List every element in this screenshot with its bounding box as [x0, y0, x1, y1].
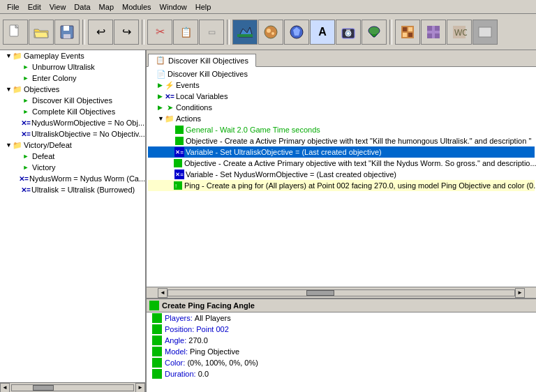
- h-thumb[interactable]: [306, 290, 334, 296]
- content-obj-create-1[interactable]: ▶ Objective - Create a Active Primary ob…: [148, 135, 535, 146]
- content-root[interactable]: ▶ 📄 Discover Kill Objectives: [148, 68, 535, 80]
- palette-button-1[interactable]: [395, 20, 420, 45]
- row-icon-model: [152, 347, 162, 356]
- spacer: ▶: [168, 181, 173, 190]
- content-general-wait[interactable]: ▶ General - Wait 2.0 Game Time seconds: [148, 124, 535, 135]
- menu-data[interactable]: Data: [70, 1, 94, 13]
- cut-button[interactable]: ✂: [147, 20, 172, 45]
- content-variable-set-2[interactable]: ▶ ✕= Variable - Set NydusWormObjective =…: [148, 169, 535, 180]
- scroll-left-btn[interactable]: ◄: [0, 383, 10, 393]
- content-scroll-right[interactable]: ►: [515, 288, 525, 298]
- open-button[interactable]: [29, 20, 54, 45]
- content-hscrollbar[interactable]: ◄ ►: [147, 287, 536, 298]
- content-conditions[interactable]: ▶ ➤ Conditions: [148, 102, 535, 113]
- tab-label: Discover Kill Objectives: [168, 56, 248, 65]
- event-icon: ►: [21, 96, 31, 105]
- wait-icon: [174, 125, 184, 135]
- unit-button[interactable]: [284, 20, 309, 45]
- tree-node-gameplay-events[interactable]: ▼ 📁 Gameplay Events: [0, 50, 145, 61]
- menu-map[interactable]: Map: [95, 1, 118, 13]
- tree-node-nydus-obj[interactable]: ▶ ✕= NydusWormObjective = No Obj...: [0, 117, 145, 128]
- nydus-obj-label: NydusWormObjective = No Obj...: [31, 119, 144, 127]
- camera-button[interactable]: [336, 20, 361, 45]
- tab-discover-kill[interactable]: 📋 Discover Kill Objectives: [148, 54, 256, 67]
- spacer9: ▶: [14, 175, 19, 182]
- menu-file[interactable]: File: [3, 1, 24, 13]
- ultralisk-obj-label: UltraliskObjective = No Objectiv...: [31, 130, 145, 138]
- obj-create-1-label: Objective - Create a Active Primary obje…: [186, 137, 531, 145]
- tab-icon: 📋: [156, 56, 165, 65]
- objectives-label: Objectives: [24, 85, 59, 93]
- xeq-icon3: ✕=: [19, 174, 29, 183]
- palette-button-2[interactable]: [421, 20, 446, 45]
- tree-node-victory[interactable]: ▶ ► Victory: [0, 162, 145, 173]
- svg-rect-3: [64, 34, 70, 38]
- nydus-worm-label: NydusWorm = Nydus Worm (Ca...: [29, 174, 145, 183]
- content-scroll-left[interactable]: ◄: [158, 288, 168, 298]
- scrollbar-track[interactable]: [11, 384, 134, 391]
- separator-1: [82, 20, 85, 45]
- separator-4: [389, 20, 392, 45]
- toolbar-undoredo-group: ↩ ↪: [88, 20, 139, 45]
- h-track[interactable]: [168, 289, 515, 296]
- tree-node-complete-kill[interactable]: ▶ ► Complete Kill Objectives: [0, 106, 145, 117]
- doodad-button[interactable]: [258, 20, 283, 45]
- detail-row-players: Players: All Players: [147, 312, 536, 324]
- actions-label: Actions: [176, 114, 201, 123]
- bottom-header: Create Ping Facing Angle: [147, 299, 536, 312]
- content-actions[interactable]: ▼ 📁 Actions: [148, 113, 535, 124]
- row-icon-players: [152, 313, 162, 323]
- tree-node-objectives[interactable]: ▼ 📁 Objectives: [0, 84, 145, 95]
- content-variable-set-1[interactable]: ▶ ✕= Variable - Set UltraliskObjective =…: [148, 146, 535, 158]
- content-tree: ▶ 📄 Discover Kill Objectives ▶ ⚡ Events …: [147, 67, 536, 287]
- copy-button[interactable]: 📋: [173, 20, 198, 45]
- victory-defeat-label: Victory/Defeat: [24, 141, 72, 149]
- menu-edit[interactable]: Edit: [24, 1, 45, 13]
- spacer: ▶: [168, 137, 174, 146]
- content-ping[interactable]: ▶ ! Ping - Create a ping for (All player…: [148, 180, 535, 191]
- spacer10: ▶: [14, 186, 21, 193]
- scrollbar-thumb[interactable]: [33, 385, 54, 391]
- content-events[interactable]: ▶ ⚡ Events: [148, 80, 535, 91]
- spacer5: ▶: [14, 119, 21, 126]
- tree-node-ultralisk-obj[interactable]: ▶ ✕= UltraliskObjective = No Objectiv...: [0, 128, 145, 140]
- menu-view[interactable]: View: [45, 1, 70, 13]
- tree-node-discover-kill[interactable]: ▶ ► Discover Kill Objectives: [0, 95, 145, 106]
- region-button[interactable]: [362, 20, 387, 45]
- expand-icon: ▼: [6, 52, 13, 59]
- text-button[interactable]: A: [310, 20, 335, 45]
- model-label: Model:: [165, 347, 188, 356]
- menu-help[interactable]: Help: [191, 1, 216, 13]
- content-obj-create-2[interactable]: ▶ Objective - Create a Active Primary ob…: [148, 158, 535, 169]
- detail-row-color: Color: (0%, 100%, 0%, 0%): [147, 357, 536, 368]
- content-local-vars[interactable]: ▶ ✕= Local Variables: [148, 91, 535, 102]
- tree-node-victory-defeat[interactable]: ▼ 📁 Victory/Defeat: [0, 140, 145, 151]
- save-button[interactable]: [54, 20, 80, 45]
- tree-node-ultralisk[interactable]: ▶ ✕= Ultralisk = Ultralisk (Burrowed): [0, 184, 145, 195]
- item-icon: ►: [21, 62, 31, 72]
- terrain-button[interactable]: [232, 20, 258, 45]
- tree-node-unburrow[interactable]: ▶ ► Unburrow Ultralisk: [0, 61, 145, 73]
- redo-button[interactable]: ↪: [114, 20, 139, 45]
- palette-button-4[interactable]: [472, 20, 498, 45]
- paste-button[interactable]: ▭: [199, 20, 224, 45]
- svg-rect-19: [432, 26, 435, 38]
- victory-label: Victory: [32, 163, 55, 172]
- tree-node-defeat[interactable]: ▶ ► Defeat: [0, 151, 145, 162]
- undo-button[interactable]: ↩: [88, 20, 113, 45]
- scroll-right-btn[interactable]: ►: [135, 383, 145, 393]
- palette-button-3[interactable]: WC: [447, 20, 472, 45]
- left-hscrollbar[interactable]: ◄ ►: [0, 382, 145, 392]
- spacer: ▶: [168, 148, 174, 157]
- position-label: Position:: [165, 325, 194, 333]
- content-area: ▶ 📄 Discover Kill Objectives ▶ ⚡ Events …: [147, 67, 536, 298]
- tree-node-enter-colony[interactable]: ▶ ► Enter Colony: [0, 73, 145, 84]
- menu-modules[interactable]: Modules: [118, 1, 156, 13]
- new-button[interactable]: [3, 20, 28, 45]
- expand-icon2: ▶: [158, 93, 165, 100]
- menu-window[interactable]: Window: [156, 1, 191, 13]
- tree-node-nydus-worm[interactable]: ▶ ✕= NydusWorm = Nydus Worm (Ca...: [0, 173, 145, 184]
- events-icon: ⚡: [165, 80, 174, 90]
- unburrow-label: Unburrow Ultralisk: [32, 63, 95, 71]
- item-icon2: ►: [21, 73, 31, 83]
